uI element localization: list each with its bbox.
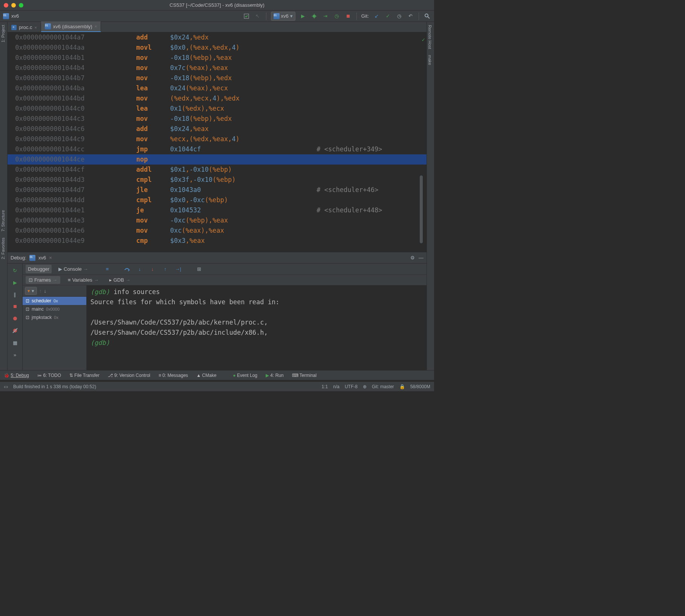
resume-button[interactable]: ▶ [11,278,20,287]
insert-indicator[interactable]: ⊕ [363,384,367,389]
git-update-button[interactable]: ↙ [373,12,380,20]
asm-row[interactable]: 0x00000000001044d3 cmpl$0x3f,-0x10(%ebp) [8,175,427,185]
run-button[interactable]: ▶ [299,12,307,20]
lock-icon[interactable]: 🔒 [399,384,405,389]
close-window-button[interactable] [4,3,8,8]
asm-row[interactable]: 0x00000000001044dd cmpl$0x0,-0xc(%ebp) [8,195,427,205]
run-config-selector[interactable]: xv6 ▾ [271,12,295,21]
force-step-into-button[interactable]: ↓ [148,265,157,273]
asm-row[interactable]: 0x00000000001044c9 mov%ecx,(%edx,%eax,4) [8,134,427,144]
asm-operands: $0x3f,-0x10(%ebp) [170,175,427,185]
line-sep[interactable]: n/a [333,384,339,389]
close-tab-icon[interactable]: × [95,24,97,29]
asm-row[interactable]: 0x00000000001044c3 mov-0x18(%ebp),%edx [8,114,427,124]
status-icon[interactable]: ▭ [4,384,8,389]
git-branch[interactable]: Git: master [372,384,394,389]
thread-selector[interactable]: ▾▾ [25,287,37,295]
project-tool-tab[interactable]: 1: Project [0,22,6,45]
favorites-tool-tab[interactable]: 2: Favorites [0,235,6,262]
caret-position[interactable]: 1:1 [322,384,328,389]
frames-subtab[interactable]: ⊡ Frames → [26,276,60,284]
config-name[interactable]: xv6 [11,13,19,19]
stack-frame-item[interactable]: ⊡mainc0x0000 [23,305,86,313]
messages-bottom-tab[interactable]: ≡ 0: Messages [159,373,188,378]
step-out-button[interactable]: ↑ [161,265,170,273]
git-commit-button[interactable]: ✓ [384,12,391,20]
run-to-cursor-button[interactable]: →| [174,265,182,273]
debug-button[interactable] [310,12,318,20]
close-tab-icon[interactable]: × [34,25,37,30]
debug-config-icon [29,255,35,261]
console-tab[interactable]: ▶Console→ [56,265,90,273]
asm-row[interactable]: 0x00000000001044c6 add$0x24,%eax [8,124,427,134]
asm-row[interactable]: 0x00000000001044d7 jle0x1043a0 # <schedu… [8,185,427,195]
search-button[interactable] [424,12,431,20]
asm-row[interactable]: 0x00000000001044b4 mov0x7c(%eax),%eax [8,63,427,73]
gdb-console[interactable]: (gdb) info sourcesSource files for which… [87,285,427,380]
asm-row[interactable]: 0x00000000001044b7 mov-0x18(%ebp),%edx [8,73,427,83]
step-over-button[interactable] [123,265,131,273]
hammer-icon[interactable]: ↖ [254,12,261,20]
stack-frame-item[interactable]: ⊡scheduler0x [23,297,86,305]
build-button[interactable] [243,12,250,20]
make-tool-tab[interactable]: make [427,52,433,68]
git-history-button[interactable]: ◷ [395,12,403,20]
run-bottom-tab[interactable]: ▶ 4: Run [266,373,284,378]
asm-row[interactable]: 0x00000000001044e3 mov-0xc(%ebp),%eax [8,215,427,226]
memory-indicator[interactable]: 58/8000M [410,384,430,389]
asm-row[interactable]: 0x00000000001044aa movl$0x0,(%eax,%edx,4… [8,43,427,53]
disassembly-editor[interactable]: ✓ 0x00000000001044a7 add$0x24,%edx 0x000… [8,32,427,252]
frame-up-button[interactable]: ↑ [39,288,42,294]
asm-row[interactable]: 0x00000000001044bd mov(%edx,%ecx,4),%edx [8,93,427,104]
show-exec-point-button[interactable]: ≡ [103,265,112,273]
vcs-bottom-tab[interactable]: ⎇ 9: Version Control [108,373,150,378]
debugger-tab[interactable]: Debugger [26,265,52,273]
asm-address: 0x00000000001044c3 [8,114,113,124]
stop-button[interactable] [344,12,352,20]
step-into-button[interactable]: ↓ [136,265,144,273]
asm-row[interactable]: 0x00000000001044b1 mov-0x18(%ebp),%eax [8,53,427,63]
attach-button[interactable]: ⇥ [322,12,329,20]
gdb-subtab[interactable]: ▸ GDB → [106,276,133,284]
editor-scrollbar[interactable] [420,175,423,243]
minimize-window-button[interactable] [11,3,16,8]
remote-host-tool-tab[interactable]: Remote Host [427,22,433,52]
structure-tool-tab[interactable]: 7: Structure [0,207,6,235]
debug-minimize-icon[interactable]: — [419,255,424,261]
editor-tab-xv6-disassembly[interactable]: xv6 (disassembly) × [41,21,101,32]
stop-debug-button[interactable] [11,302,20,311]
asm-row[interactable]: 0x00000000001044ba lea0x24(%eax),%ecx [8,83,427,93]
asm-row[interactable]: 0x00000000001044c0 lea0x1(%edx),%ecx [8,104,427,114]
asm-row[interactable]: 0x00000000001044e9 cmp$0x3,%eax [8,236,427,246]
evaluate-button[interactable]: ⊞ [195,265,203,273]
debug-bottom-tab[interactable]: 🐞 5: Debug [4,373,29,378]
asm-row[interactable]: 0x00000000001044a7 add$0x24,%edx [8,32,427,43]
asm-row[interactable]: 0x00000000001044cc jmp0x1044cf # <schedu… [8,144,427,154]
view-breakpoints-button[interactable] [11,314,20,323]
debug-settings-icon[interactable]: ⚙ [410,255,415,261]
layout-button[interactable]: ▦ [11,338,20,347]
pause-button[interactable]: ∥ [11,290,20,299]
todo-bottom-tab[interactable]: ≔ 6: TODO [37,373,61,378]
close-debug-tab-icon[interactable]: × [49,255,52,261]
asm-row[interactable]: 0x00000000001044e1 je0x104532 # <schedul… [8,205,427,215]
frame-down-button[interactable]: ↓ [44,288,47,294]
file-transfer-bottom-tab[interactable]: ⇅ File Transfer [69,373,99,378]
asm-row[interactable]: 0x00000000001044e6 mov0xc(%eax),%eax [8,226,427,236]
more-button[interactable]: » [11,350,20,359]
asm-row[interactable]: 0x00000000001044cf addl$0x1,-0x10(%ebp) [8,165,427,175]
variables-subtab[interactable]: ≡ Variables → [65,276,102,284]
inspection-ok-icon[interactable]: ✓ [422,35,425,45]
git-revert-button[interactable]: ↶ [407,12,414,20]
mute-breakpoints-button[interactable] [11,326,20,335]
profile-button[interactable]: ◷ [333,12,341,20]
stack-frame-item[interactable]: ⊡jmpkstack0x [23,313,86,322]
asm-row[interactable]: 0x00000000001044ce nop [8,154,427,165]
terminal-bottom-tab[interactable]: ⌨ Terminal [292,373,317,378]
zoom-window-button[interactable] [19,3,23,8]
cmake-bottom-tab[interactable]: ▲ CMake [196,373,216,378]
rerun-button[interactable]: ↻ [11,266,20,275]
event-log-bottom-tab[interactable]: ● Event Log [233,373,257,378]
encoding[interactable]: UTF-8 [345,384,358,389]
editor-tab-proc-c[interactable]: proc.c × [8,23,41,32]
